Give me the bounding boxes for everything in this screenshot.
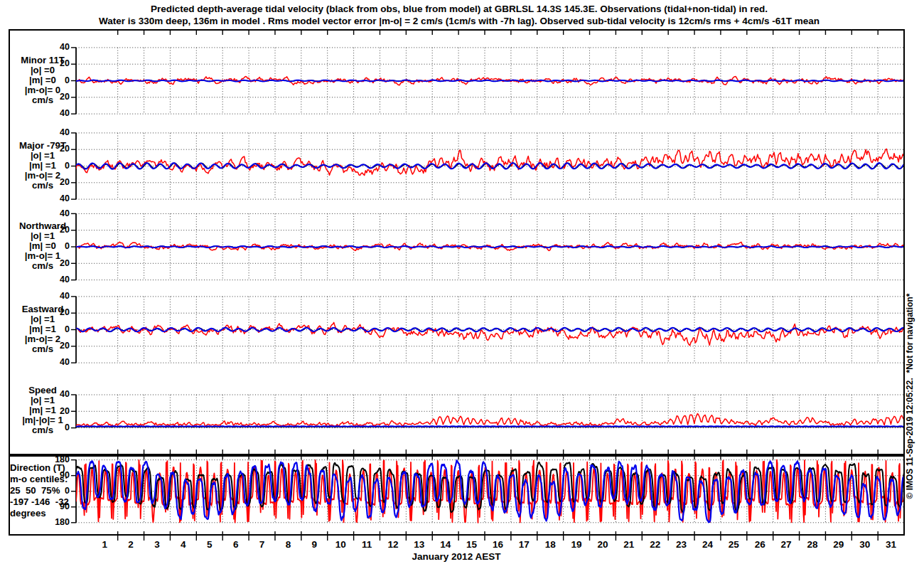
day-label-20: 20 xyxy=(597,539,608,550)
day-label-14: 14 xyxy=(440,539,451,550)
y-tick-label: 40 xyxy=(60,275,70,284)
y-tick-label: 40 xyxy=(60,193,70,203)
y-tick-label: 0 xyxy=(65,422,70,432)
figure: Predicted depth-average tidal velocity (… xyxy=(0,0,924,569)
tidal-validation-plot: Predicted depth-average tidal velocity (… xyxy=(0,0,924,569)
series-major-raw xyxy=(76,149,904,175)
day-label-7: 7 xyxy=(259,539,265,550)
day-label-30: 30 xyxy=(859,539,870,550)
panel-series-major xyxy=(76,149,904,175)
day-label-13: 13 xyxy=(414,539,425,550)
panel-label-major-line4: |m-o|= 2 xyxy=(25,170,60,181)
y-tick-label: 40 xyxy=(60,389,70,399)
panel-series-minor xyxy=(76,77,904,85)
panel-series-northward xyxy=(76,242,904,250)
y-tick-label: 40 xyxy=(60,108,70,118)
day-label-11: 11 xyxy=(362,539,372,550)
day-label-23: 23 xyxy=(676,539,687,550)
panel-label-eastward-line1: Eastward xyxy=(22,304,64,314)
day-label-31: 31 xyxy=(886,539,897,550)
y-tick-label: 20 xyxy=(60,258,70,268)
day-label-12: 12 xyxy=(387,539,398,550)
panel-label-major-line2: |o| =1 xyxy=(31,150,55,161)
day-label-28: 28 xyxy=(807,539,818,550)
day-label-10: 10 xyxy=(335,539,346,550)
panel-label-northward-line5: cm/s xyxy=(32,260,53,271)
day-label-3: 3 xyxy=(154,539,160,550)
y-tick-label: 20 xyxy=(60,406,70,416)
day-label-17: 17 xyxy=(519,539,530,550)
y-tick-label: 0 xyxy=(65,241,70,251)
y-tick-label: 40 xyxy=(60,357,70,367)
day-label-26: 26 xyxy=(755,539,766,550)
plot-title-line1: Predicted depth-average tidal velocity (… xyxy=(151,4,768,14)
day-label-19: 19 xyxy=(571,539,582,550)
day-label-8: 8 xyxy=(286,539,291,550)
day-label-5: 5 xyxy=(207,539,213,550)
x-axis-label: January 2012 AEST xyxy=(412,551,502,562)
panel-label-minor-line4: |m-o|= 0 xyxy=(25,85,60,95)
panel-label-major-line3: |m| =1 xyxy=(29,160,56,171)
y-tick-label: 0 xyxy=(65,324,70,334)
y-tick-label: 0 xyxy=(65,486,70,496)
panel-label-speed-line1: Speed xyxy=(28,385,57,395)
panel-label-eastward-line3: |m| =1 xyxy=(29,324,56,334)
day-label-15: 15 xyxy=(466,539,478,550)
chart-area: 402002040Minor 11T|o| =0|m| =0|m-o|= 0cm… xyxy=(9,30,904,550)
panel-label-eastward-line2: |o| =1 xyxy=(31,314,55,324)
panel-label-major-line5: cm/s xyxy=(32,180,53,191)
panel-label-speed-line2: |o| =1 xyxy=(31,395,55,405)
day-label-25: 25 xyxy=(729,539,740,550)
panel-label-minor-line2: |o| =0 xyxy=(31,65,55,75)
y-tick-label: 20 xyxy=(60,177,70,187)
y-tick-label: 40 xyxy=(60,291,70,301)
day-label-21: 21 xyxy=(623,539,635,550)
panel-series-eastward xyxy=(76,322,904,345)
velocity-panels-frame xyxy=(9,30,904,454)
panel-series-speed xyxy=(76,414,904,427)
plot-title-line2: Water is 330m deep, 136m in model . Rms … xyxy=(99,16,820,26)
day-label-22: 22 xyxy=(650,539,660,550)
day-label-1: 1 xyxy=(102,539,107,550)
panel-label-northward-line2: |o| =1 xyxy=(31,230,55,241)
panel-label-speed-line4: |m|-|o|= 1 xyxy=(22,415,63,425)
panel-eastward xyxy=(76,297,904,363)
y-tick-label: 40 xyxy=(60,42,70,52)
y-tick-label: 20 xyxy=(60,341,70,351)
panel-label-northward-line4: |m-o|= 1 xyxy=(25,250,60,261)
day-label-18: 18 xyxy=(545,539,557,550)
day-label-29: 29 xyxy=(833,539,844,550)
series-major-model xyxy=(76,163,904,169)
panel-label-minor-line5: cm/s xyxy=(32,95,53,105)
panel-label-speed-line5: cm/s xyxy=(32,425,53,435)
series-speed-model xyxy=(76,426,904,427)
day-label-9: 9 xyxy=(312,539,318,550)
panel-label-minor-line3: |m| =0 xyxy=(29,75,56,85)
y-tick-label: 40 xyxy=(60,208,70,218)
panel-label-northward-line3: |m| =0 xyxy=(29,240,56,251)
panel-series-direction xyxy=(76,460,904,523)
panel-label-direction-line1: Direction (T) xyxy=(10,462,65,473)
series-speed-raw xyxy=(76,414,904,427)
y-tick-label: 0 xyxy=(65,161,70,171)
day-label-27: 27 xyxy=(781,539,792,550)
panel-label-direction-line2: m-o centiles: xyxy=(10,474,68,484)
panel-label-eastward-line5: cm/s xyxy=(32,344,53,354)
y-tick-label: 180 xyxy=(55,517,70,527)
y-tick-label: 20 xyxy=(60,92,70,102)
panel-label-eastward-line4: |m-o|= 2 xyxy=(25,334,60,344)
day-label-24: 24 xyxy=(702,539,714,550)
watermark-copyright: © IMOS 11-Sep-2019 12:05:22. *Not for na… xyxy=(905,293,915,499)
day-label-16: 16 xyxy=(493,539,504,550)
day-label-6: 6 xyxy=(233,539,239,550)
panel-label-direction-line5: degrees xyxy=(10,508,46,519)
day-label-2: 2 xyxy=(128,539,134,550)
panel-label-direction-line4: -197 -146 -32 xyxy=(10,496,69,507)
day-label-4: 4 xyxy=(181,539,186,550)
panel-label-major-line1: Major -79T xyxy=(19,140,66,151)
panel-label-minor-line1: Minor 11T xyxy=(21,55,65,65)
panel-label-direction-line3: 25 50 75% xyxy=(10,485,60,496)
panel-label-northward-line1: Northward xyxy=(19,220,66,231)
y-tick-label: 40 xyxy=(60,127,70,137)
series-eastward-raw xyxy=(76,322,904,345)
